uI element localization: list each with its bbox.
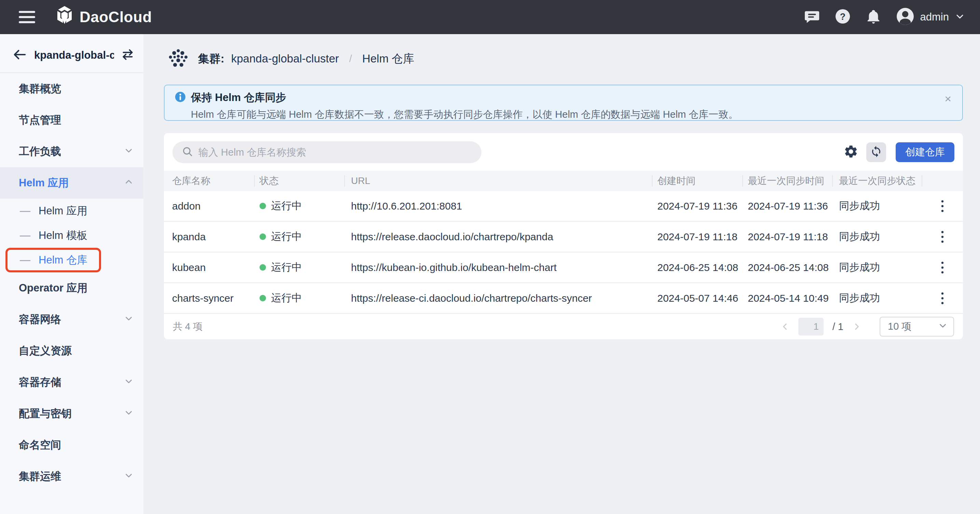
repo-last-sync-cell: 2024-06-25 14:08 bbox=[742, 262, 832, 273]
cluster-name[interactable]: kpanda-global-cl... bbox=[34, 49, 114, 62]
repo-status-cell: 运行中 bbox=[254, 199, 344, 213]
repo-sync-status-cell: 同步成功 bbox=[832, 230, 922, 244]
repo-name-cell: kubean bbox=[164, 262, 254, 273]
table-footer: 共 4 项 1 / 1 10 项 bbox=[164, 314, 963, 339]
sidebar-subitem-helm-apps[interactable]: — Helm 应用 bbox=[0, 198, 143, 223]
close-icon[interactable]: × bbox=[945, 93, 951, 105]
info-banner: 保持 Helm 仓库同步 Helm 仓库可能与远端 Helm 仓库数据不一致，您… bbox=[164, 85, 963, 121]
chevron-down-icon bbox=[124, 470, 133, 482]
toolbar: 创建仓库 bbox=[164, 141, 963, 163]
menu-toggle-button[interactable] bbox=[19, 11, 35, 23]
sidebar-item-operator-apps[interactable]: Operator 应用 bbox=[0, 272, 143, 304]
breadcrumb-cluster-link[interactable]: kpanda-global-cluster bbox=[231, 52, 339, 65]
sidebar-item-container-network[interactable]: 容器网络 bbox=[0, 304, 143, 335]
breadcrumb-separator: / bbox=[349, 53, 352, 65]
status-running-dot bbox=[259, 264, 266, 271]
repo-last-sync-cell: 2024-07-19 11:18 bbox=[742, 231, 832, 243]
sidebar-subitem-helm-repos[interactable]: — Helm 仓库 bbox=[0, 248, 143, 272]
chevron-up-icon bbox=[124, 177, 133, 189]
status-running-dot bbox=[259, 295, 266, 301]
help-button[interactable]: ? bbox=[835, 8, 851, 25]
sidebar-subitem-helm-templates[interactable]: — Helm 模板 bbox=[0, 223, 143, 248]
help-icon: ? bbox=[835, 8, 851, 25]
chevron-down-icon bbox=[124, 408, 133, 420]
sidebar-item-helm-apps[interactable]: Helm 应用 bbox=[0, 167, 143, 198]
repo-created-cell: 2024-07-19 11:18 bbox=[652, 231, 742, 243]
brand: DaoCloud bbox=[55, 6, 152, 29]
repo-table: 仓库名称 状态 URL 创建时间 最近一次同步时间 最近一次同步状态 addon… bbox=[164, 171, 963, 339]
search-icon bbox=[182, 146, 193, 159]
repo-status-cell: 运行中 bbox=[254, 291, 344, 305]
sidebar: kpanda-global-cl... 集群概览 节点管理 工作负载 Helm … bbox=[0, 34, 143, 514]
chevron-down-icon bbox=[124, 145, 133, 158]
table-row: addon 运行中 http://10.6.201.201:8081 2024-… bbox=[164, 191, 963, 222]
bell-icon bbox=[865, 8, 881, 25]
chat-icon bbox=[804, 8, 820, 25]
row-actions-kebab-icon[interactable] bbox=[936, 196, 949, 216]
repo-status-cell: 运行中 bbox=[254, 230, 344, 244]
column-header-actions bbox=[922, 171, 963, 191]
main-content: 集群: kpanda-global-cluster / Helm 仓库 保持 H… bbox=[143, 34, 980, 514]
row-actions-kebab-icon[interactable] bbox=[936, 227, 949, 247]
table-row: kpanda 运行中 https://release.daocloud.io/c… bbox=[164, 222, 963, 252]
repo-created-cell: 2024-05-07 14:46 bbox=[652, 292, 742, 304]
row-actions-kebab-icon[interactable] bbox=[936, 258, 949, 278]
repo-sync-status-cell: 同步成功 bbox=[832, 260, 922, 274]
column-header-name: 仓库名称 bbox=[164, 171, 254, 191]
dash-icon: — bbox=[20, 229, 30, 242]
search-input[interactable] bbox=[198, 147, 472, 158]
page-number-input[interactable]: 1 bbox=[798, 318, 824, 335]
sidebar-item-node-management[interactable]: 节点管理 bbox=[0, 105, 143, 136]
table-row: kubean 运行中 https://kubean-io.github.io/k… bbox=[164, 252, 963, 283]
column-header-url: URL bbox=[344, 171, 652, 191]
sidebar-item-workloads[interactable]: 工作负载 bbox=[0, 136, 143, 167]
page-total: / 1 bbox=[832, 321, 843, 332]
repo-url-cell: https://release.daocloud.io/chartrepo/kp… bbox=[344, 231, 652, 243]
chevron-down-icon bbox=[124, 313, 133, 325]
refresh-button[interactable] bbox=[866, 142, 886, 162]
sidebar-item-custom-resources[interactable]: 自定义资源 bbox=[0, 335, 143, 366]
row-actions-kebab-icon[interactable] bbox=[936, 289, 949, 308]
sidebar-item-config-secrets[interactable]: 配置与密钥 bbox=[0, 398, 143, 429]
back-arrow-icon[interactable] bbox=[13, 48, 27, 62]
repo-status-cell: 运行中 bbox=[254, 260, 344, 274]
banner-body: Helm 仓库可能与远端 Helm 仓库数据不一致，您需要手动执行同步仓库操作，… bbox=[191, 108, 952, 122]
breadcrumb: 集群: kpanda-global-cluster / Helm 仓库 bbox=[143, 34, 980, 70]
pagination: 1 / 1 10 项 bbox=[781, 317, 954, 336]
dash-icon: — bbox=[20, 205, 30, 217]
chevron-down-icon bbox=[955, 12, 965, 22]
cluster-dots-icon bbox=[167, 47, 189, 70]
switch-cluster-icon[interactable] bbox=[122, 48, 134, 62]
banner-title: 保持 Helm 仓库同步 bbox=[191, 90, 286, 105]
repo-url-cell: https://release-ci.daocloud.io/chartrepo… bbox=[344, 292, 652, 304]
avatar bbox=[896, 8, 914, 27]
sidebar-item-container-storage[interactable]: 容器存储 bbox=[0, 366, 143, 398]
sidebar-item-cluster-overview[interactable]: 集群概览 bbox=[0, 73, 143, 105]
sidebar-item-cluster-ops[interactable]: 集群运维 bbox=[0, 461, 143, 492]
page-size-select[interactable]: 10 项 bbox=[880, 317, 954, 336]
status-running-dot bbox=[259, 233, 266, 240]
status-running-dot bbox=[259, 203, 266, 209]
sidebar-header: kpanda-global-cl... bbox=[0, 34, 143, 73]
column-header-status: 状态 bbox=[254, 171, 344, 191]
svg-text:?: ? bbox=[840, 12, 845, 22]
table-row: charts-syncer 运行中 https://release-ci.dao… bbox=[164, 283, 963, 314]
repo-sync-status-cell: 同步成功 bbox=[832, 291, 922, 305]
sidebar-item-namespaces[interactable]: 命名空间 bbox=[0, 429, 143, 461]
repo-table-body: addon 运行中 http://10.6.201.201:8081 2024-… bbox=[164, 191, 963, 314]
breadcrumb-prefix: 集群: bbox=[198, 51, 224, 67]
chevron-right-icon[interactable] bbox=[852, 322, 861, 331]
messages-button[interactable] bbox=[804, 8, 820, 25]
create-repo-button[interactable]: 创建仓库 bbox=[896, 142, 955, 162]
chevron-left-icon[interactable] bbox=[781, 322, 789, 331]
total-count: 共 4 项 bbox=[173, 320, 202, 333]
column-header-sync-status: 最近一次同步状态 bbox=[832, 171, 922, 191]
user-menu[interactable]: admin bbox=[896, 8, 965, 27]
settings-button[interactable] bbox=[841, 142, 861, 162]
repo-url-cell: https://kubean-io.github.io/kubean-helm-… bbox=[344, 262, 652, 273]
topbar: DaoCloud ? bbox=[0, 0, 980, 34]
column-header-last-sync: 最近一次同步时间 bbox=[742, 171, 832, 191]
notifications-button[interactable] bbox=[865, 8, 881, 25]
breadcrumb-current: Helm 仓库 bbox=[362, 51, 414, 67]
table-header-row: 仓库名称 状态 URL 创建时间 最近一次同步时间 最近一次同步状态 bbox=[164, 171, 963, 191]
